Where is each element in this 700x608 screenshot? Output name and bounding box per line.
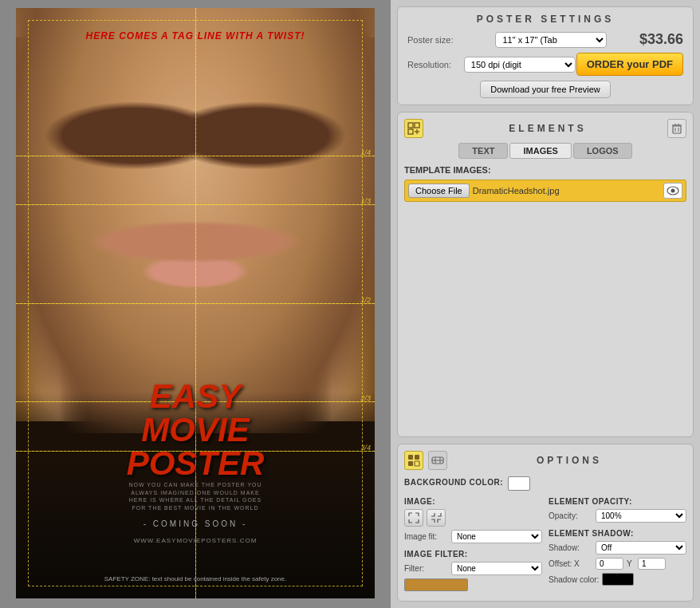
filter-color-row	[404, 578, 542, 591]
svg-rect-0	[408, 123, 413, 128]
image-section-label: IMAGE:	[404, 497, 542, 506]
poster-canvas[interactable]: 1/4 1/3 1/2 2/3 3/4 HERE COMES A TAG LIN…	[16, 8, 375, 598]
right-col: ELEMENT OPACITY: Opacity: 100% 75% 50% 2…	[549, 497, 686, 594]
elements-title: ELEMENTS	[428, 123, 667, 134]
order-button[interactable]: ORDER your PDF	[576, 53, 683, 76]
svg-rect-14	[415, 455, 419, 460]
opacity-select[interactable]: 100% 75% 50% 25%	[596, 509, 686, 523]
poster-panel: 1/4 1/3 1/2 2/3 3/4 HERE COMES A TAG LIN…	[0, 0, 391, 608]
size-buttons	[404, 509, 542, 527]
svg-rect-5	[673, 126, 681, 133]
image-fit-label: Image fit:	[404, 532, 448, 541]
poster-settings-title: POSTER SETTINGS	[407, 14, 683, 25]
bg-color-label: BACKGROUND COLOR:	[404, 478, 503, 487]
options-header: OPTIONS	[404, 451, 686, 470]
shadow-label: Shadow:	[549, 543, 592, 552]
svg-rect-1	[415, 123, 419, 128]
shadow-color-label: Shadow color:	[549, 575, 599, 584]
size-row: Poster size: 11" x 17" (Tab 8.5" x 11" 1…	[407, 31, 683, 48]
trash-button[interactable]	[667, 119, 686, 138]
eye-button[interactable]	[663, 183, 682, 199]
file-input-row: Choose File DramaticHeadshot.jpg	[404, 180, 686, 202]
options-title: OPTIONS	[452, 455, 686, 466]
image-fit-row: Image fit: None Fill Fit	[404, 530, 542, 543]
elements-box: ELEMENTS TEXT IMAGES LOGOS TEMPLATE IMAG…	[397, 112, 694, 437]
opacity-label: Opacity:	[549, 511, 592, 520]
resolution-select[interactable]: 150 dpi (digit 300 dpi (print)	[464, 57, 576, 73]
options-icon2[interactable]	[428, 451, 447, 470]
poster-website: WWW.EASYMOVIEPOSTERS.COM	[16, 537, 375, 544]
shadow-select[interactable]: Off On	[596, 541, 686, 555]
svg-rect-13	[408, 455, 413, 460]
size-btn-shrink[interactable]	[427, 509, 446, 527]
poster-safety-zone: SAFETY ZONE: text should be contained in…	[16, 575, 375, 582]
poster-coming-soon: - COMING SOON -	[16, 519, 375, 528]
poster-tagline: HERE COMES A TAG LINE WITH A TWIST!	[16, 30, 375, 41]
poster-subtitle: NOW YOU CAN MAKE THE POSTER YOU ALWAYS I…	[16, 481, 375, 512]
size-label: Poster size:	[407, 35, 463, 45]
resolution-row: Resolution: 150 dpi (digit 300 dpi (prin…	[407, 53, 683, 76]
elements-header: ELEMENTS	[404, 119, 686, 138]
shadow-color-swatch[interactable]	[602, 573, 634, 586]
options-grid: IMAGE:	[404, 497, 686, 594]
svg-point-12	[671, 189, 675, 193]
options-box: OPTIONS BACKGROUND COLOR: IMAGE:	[397, 444, 694, 602]
right-panel: POSTER SETTINGS Poster size: 11" x 17" (…	[391, 0, 700, 608]
image-filter-section-label: IMAGE FILTER:	[404, 550, 542, 559]
svg-rect-2	[408, 129, 413, 134]
offset-x-input[interactable]	[596, 558, 623, 570]
filter-label: Filter:	[404, 564, 448, 573]
price-label: $33.66	[639, 31, 683, 48]
choose-file-button[interactable]: Choose File	[408, 184, 470, 198]
filter-select[interactable]: None Sepia Grayscale	[451, 562, 542, 575]
shadow-color-row: Shadow color:	[549, 573, 686, 586]
svg-rect-16	[415, 461, 419, 466]
filter-row: Filter: None Sepia Grayscale	[404, 562, 542, 575]
preview-row: Download your free Preview	[407, 81, 683, 98]
filename-label: DramaticHeadshot.jpg	[473, 186, 660, 195]
preview-button[interactable]: Download your free Preview	[480, 81, 611, 98]
elements-add-icon[interactable]	[404, 119, 423, 138]
element-opacity-label: ELEMENT OPACITY:	[549, 497, 686, 506]
element-shadow-label: ELEMENT SHADOW:	[549, 529, 686, 538]
image-fit-select[interactable]: None Fill Fit	[451, 530, 542, 543]
offset-y-input[interactable]	[638, 558, 666, 570]
tab-images[interactable]: IMAGES	[509, 143, 571, 159]
offset-row: Offset: X Y	[549, 558, 686, 570]
face-detail	[16, 8, 375, 433]
poster-settings-box: POSTER SETTINGS Poster size: 11" x 17" (…	[397, 6, 694, 105]
options-icon1[interactable]	[404, 451, 423, 470]
shadow-row: Shadow: Off On	[549, 541, 686, 555]
template-images-label: TEMPLATE IMAGES:	[404, 165, 686, 175]
size-select[interactable]: 11" x 17" (Tab 8.5" x 11" 18" x 24"	[495, 32, 607, 48]
tab-logos[interactable]: LOGOS	[573, 143, 632, 159]
filter-color-swatch[interactable]	[404, 578, 468, 591]
offset-y-label: Y	[627, 559, 635, 568]
elements-tabs: TEXT IMAGES LOGOS	[404, 143, 686, 159]
bg-color-row: BACKGROUND COLOR:	[404, 476, 686, 491]
resolution-label: Resolution:	[407, 60, 463, 69]
opacity-row: Opacity: 100% 75% 50% 25%	[549, 509, 686, 523]
tab-text[interactable]: TEXT	[458, 143, 508, 159]
poster-title: EASY MOVIE POSTER	[16, 380, 375, 480]
offset-x-label: Offset: X	[549, 559, 592, 568]
left-col: IMAGE:	[404, 497, 542, 594]
svg-rect-15	[408, 461, 413, 466]
size-btn-expand[interactable]	[404, 509, 423, 527]
bg-color-swatch[interactable]	[508, 476, 530, 491]
